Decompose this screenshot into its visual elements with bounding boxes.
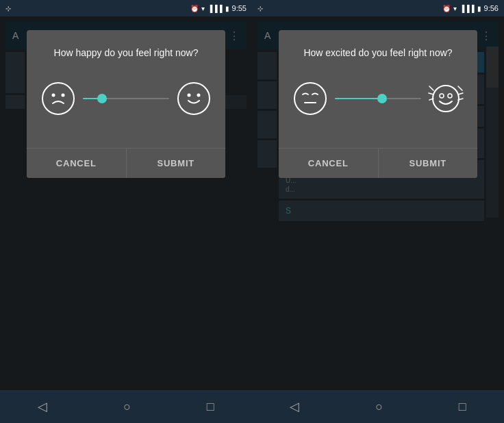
time-2: 9:56	[484, 4, 499, 12]
expand-icon-2: ⊹	[257, 5, 263, 12]
svg-point-6	[294, 83, 326, 114]
dialog-content-2: How excited do you feel right now?	[279, 30, 477, 148]
status-bar-right-2: ⏰ ▾ ▐▐▐ ▮ 9:56	[442, 4, 499, 12]
slider-track-1	[83, 98, 169, 99]
bottom-nav-1: ◁ ○ □	[0, 390, 252, 423]
back-button-2[interactable]: ◁	[290, 399, 299, 414]
svg-point-1	[52, 93, 55, 97]
neutral-face-icon	[292, 81, 328, 116]
bottom-nav-2: ◁ ○ □	[252, 390, 504, 423]
svg-point-16	[448, 94, 452, 98]
recents-button-2[interactable]: □	[459, 400, 466, 414]
dialog-question-2: How excited do you feel right now?	[292, 47, 464, 60]
svg-point-3	[178, 83, 210, 114]
dialog-buttons-2: CANCEL SUBMIT	[279, 148, 477, 178]
signal-icon-2: ▐▐▐	[459, 5, 474, 12]
recents-button-1[interactable]: □	[207, 400, 214, 414]
svg-line-11	[458, 86, 462, 90]
svg-line-12	[458, 93, 463, 94]
emoji-slider-row-2	[292, 81, 464, 116]
slider-container-1[interactable]	[83, 92, 169, 105]
status-bar-left-2: ⊹	[257, 5, 263, 12]
dialog-buttons-1: CANCEL SUBMIT	[27, 148, 225, 178]
sad-face-icon	[40, 81, 76, 116]
svg-line-9	[429, 93, 433, 94]
battery-icon-1: ▮	[225, 5, 229, 12]
dialog-overlay-2: How excited do you feel right now?	[252, 16, 504, 390]
submit-button-2[interactable]: SUBMIT	[379, 149, 478, 178]
status-bar-2: ⊹ ⏰ ▾ ▐▐▐ ▮ 9:56	[252, 0, 504, 16]
slider-thumb-2[interactable]	[377, 94, 387, 103]
expand-icon-1: ⊹	[5, 5, 11, 12]
svg-point-14	[433, 86, 459, 112]
svg-point-5	[197, 93, 201, 97]
signal-icon-1: ▐▐▐	[207, 5, 222, 12]
emoji-slider-row-1	[40, 81, 212, 116]
wifi-icon-1: ▾	[201, 5, 205, 12]
dialog-overlay-1: How happy do you feel right now?	[0, 16, 252, 390]
slider-track-2	[335, 98, 421, 99]
wifi-icon-2: ▾	[453, 5, 457, 12]
svg-point-15	[440, 94, 444, 98]
home-button-1[interactable]: ○	[123, 400, 131, 414]
dialog-question-1: How happy do you feel right now?	[40, 47, 212, 60]
dialog-content-1: How happy do you feel right now?	[27, 30, 225, 148]
cancel-button-1[interactable]: CANCEL	[27, 149, 127, 178]
svg-point-4	[188, 93, 191, 97]
slider-thumb-1[interactable]	[97, 94, 107, 103]
submit-button-1[interactable]: SUBMIT	[127, 149, 226, 178]
slider-container-2[interactable]	[335, 92, 421, 105]
time-1: 9:55	[232, 4, 247, 12]
svg-line-8	[429, 86, 433, 90]
svg-point-2	[62, 93, 65, 97]
battery-icon-2: ▮	[477, 5, 481, 12]
back-button-1[interactable]: ◁	[38, 399, 47, 414]
cancel-button-2[interactable]: CANCEL	[279, 149, 379, 178]
phone-panel-1: ⊹ ⏰ ▾ ▐▐▐ ▮ 9:55 A ⋮ How happy do you	[0, 0, 252, 423]
happy-face-icon	[176, 81, 212, 116]
status-bar-1: ⊹ ⏰ ▾ ▐▐▐ ▮ 9:55	[0, 0, 252, 16]
phone-panel-2: ⊹ ⏰ ▾ ▐▐▐ ▮ 9:56 A ⋮ D	[252, 0, 504, 423]
excited-face-icon	[428, 81, 464, 116]
slider-fill-2	[335, 98, 382, 99]
status-bar-right-1: ⏰ ▾ ▐▐▐ ▮ 9:55	[190, 4, 247, 12]
alarm-icon-1: ⏰	[190, 5, 199, 12]
home-button-2[interactable]: ○	[375, 400, 383, 414]
status-bar-left-1: ⊹	[5, 5, 11, 12]
dialog-1: How happy do you feel right now?	[27, 30, 225, 178]
svg-point-0	[42, 83, 74, 114]
alarm-icon-2: ⏰	[442, 5, 451, 12]
dialog-2: How excited do you feel right now?	[279, 30, 477, 178]
